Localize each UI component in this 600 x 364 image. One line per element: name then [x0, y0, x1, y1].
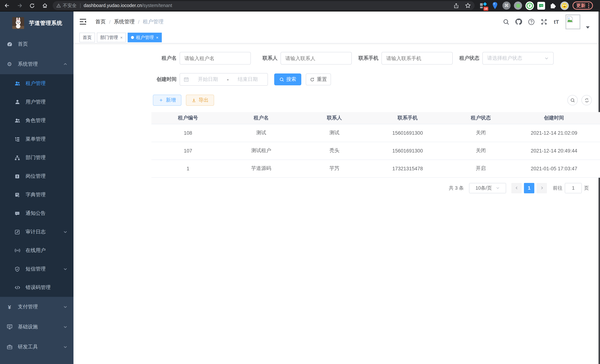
contact-label: 联系人 [253, 55, 278, 62]
sidebar-item-post[interactable]: 岗位管理 [0, 167, 74, 186]
sidebar-item-notice[interactable]: 通知公告 [0, 204, 74, 223]
tab-home[interactable]: 首页 [79, 33, 95, 42]
chrome-update-button[interactable]: 更新 [572, 1, 593, 10]
sidebar-item-tenant[interactable]: 租户管理 [0, 74, 74, 93]
sidebar-item-sms[interactable]: 短信管理 [0, 260, 74, 278]
search-button[interactable]: 搜索 [274, 74, 301, 85]
sidebar-item-role[interactable]: 角色管理 [0, 111, 74, 130]
url-path: /system/tenant [142, 3, 172, 8]
chevron-down-icon [63, 305, 67, 309]
contact-input[interactable] [281, 52, 352, 65]
extension-y-icon[interactable]: Y [525, 1, 534, 10]
plus-icon: ＋ [159, 97, 164, 103]
prev-page-button[interactable] [511, 183, 522, 193]
end-date-placeholder[interactable]: 结束日期 [232, 76, 264, 83]
sidebar-item-infra[interactable]: 基础设施 [0, 317, 74, 337]
bookmark-star-icon[interactable] [465, 2, 471, 9]
sidebar-item-dept[interactable]: 部门管理 [0, 149, 74, 167]
sidebar-item-dict[interactable]: 字典管理 [0, 186, 74, 204]
home-icon[interactable] [42, 2, 48, 9]
tab-dept[interactable]: 部门管理 × [97, 33, 126, 42]
browser-menu-icon[interactable] [588, 3, 589, 8]
help-icon[interactable] [528, 18, 535, 25]
cell-contact: 测试 [298, 124, 371, 142]
sidebar-item-audit-log[interactable]: 审计日志 [0, 223, 74, 241]
page-number-button[interactable]: 1 [524, 183, 534, 193]
sidebar-item-system[interactable]: ⚙ 系统管理 [0, 54, 74, 74]
sidebar-item-online-users[interactable]: 在线用户 [0, 241, 74, 260]
close-icon[interactable]: × [120, 35, 123, 40]
extension-badge: 10 [483, 7, 488, 10]
chevron-down-icon [496, 186, 500, 190]
export-button[interactable]: 导出 [186, 95, 214, 106]
online-signal-icon [14, 247, 20, 253]
share-icon[interactable] [453, 2, 459, 9]
back-icon[interactable] [4, 2, 10, 9]
app-header: 首页 / 系统管理 / 租户管理 tT [74, 11, 599, 32]
tenant-name-input[interactable] [180, 52, 251, 65]
search-icon [570, 98, 575, 103]
sidebar-item-label: 用户管理 [26, 99, 46, 105]
sidebar-item-label: 研发工具 [18, 344, 38, 350]
extension-command-icon[interactable]: ⌘ [502, 1, 511, 10]
cell-contact: 秃头 [298, 142, 371, 159]
extensions-puzzle-icon[interactable] [548, 1, 557, 10]
chevron-left-icon [515, 186, 519, 190]
github-icon[interactable] [515, 18, 522, 25]
fullscreen-icon[interactable] [540, 18, 547, 25]
monitor-icon [6, 324, 13, 330]
tab-tenant[interactable]: 租户管理 × [128, 33, 162, 42]
extension-tabs-icon[interactable]: 10 [479, 1, 487, 10]
mobile-input[interactable] [381, 52, 453, 65]
gear-icon: ⚙ [6, 61, 13, 67]
sidebar-item-label: 短信管理 [26, 266, 46, 272]
extension-chat-icon[interactable] [537, 2, 545, 9]
close-icon[interactable]: × [156, 35, 159, 40]
sidebar-item-devtools[interactable]: 研发工具 [0, 337, 74, 357]
extension-emoji-icon[interactable] [560, 1, 569, 10]
sidebar-item-pay[interactable]: ¥ 支付管理 [0, 297, 74, 317]
refresh-table-button[interactable] [581, 95, 592, 105]
next-page-button[interactable] [536, 183, 547, 193]
sidebar-item-menu[interactable]: 菜单管理 [0, 130, 74, 149]
status-select[interactable]: 请选择租户状态 [482, 52, 554, 65]
date-range-separator: - [227, 77, 229, 82]
extension-pin-icon[interactable] [490, 1, 499, 10]
app-logo-row[interactable]: 芋道管理系统 [0, 11, 74, 34]
search-icon[interactable] [502, 18, 509, 25]
col-contact: 联系人 [298, 112, 371, 124]
breadcrumb-system[interactable]: 系统管理 [114, 18, 135, 25]
page-scrollbar[interactable] [599, 11, 600, 364]
reset-button[interactable]: 重置 [306, 74, 331, 85]
sidebar-item-user[interactable]: 用户管理 [0, 93, 74, 111]
sidebar-item-label: 通知公告 [26, 210, 46, 217]
announcement-icon [14, 211, 20, 216]
sidebar-item-label: 在线用户 [26, 247, 46, 254]
add-button[interactable]: ＋ 新增 [153, 95, 181, 106]
not-secure-badge[interactable]: 不安全 [56, 2, 77, 9]
sidebar-collapse-icon[interactable] [79, 19, 86, 25]
chevron-down-icon [63, 267, 67, 271]
tenant-page: 租户名 联系人 联系手机 租户状态 请选择租户状态 [74, 52, 599, 193]
forward-icon[interactable] [16, 2, 23, 9]
sidebar-item-error-code[interactable]: 错误码管理 [0, 278, 74, 297]
avatar-caret-icon[interactable] [586, 26, 590, 28]
font-size-icon[interactable]: tT [553, 18, 560, 25]
url-host: dashboard.yudao.iocoder.cn [84, 3, 142, 8]
url-bar[interactable]: 不安全 dashboard.yudao.iocoder.cn/system/te… [53, 1, 475, 10]
browser-window: 不安全 dashboard.yudao.iocoder.cn/system/te… [0, 0, 600, 364]
extension-dot-icon[interactable] [514, 1, 522, 10]
cell-mobile: 17321315478 [371, 159, 444, 177]
table-row: 108 测试 测试 15601691300 关闭 2021-12-14 21:0… [151, 124, 600, 142]
breadcrumb-home[interactable]: 首页 [95, 18, 106, 25]
reload-icon[interactable] [29, 2, 35, 9]
start-date-placeholder[interactable]: 开始日期 [192, 76, 224, 83]
page-size-select[interactable]: 10条/页 [469, 183, 506, 193]
goto-page-input[interactable] [565, 183, 582, 193]
sidebar-item-home[interactable]: 首页 [0, 34, 74, 54]
chevron-right-icon [540, 186, 544, 190]
avatar[interactable] [565, 14, 580, 29]
search-icon [279, 77, 284, 82]
show-search-toggle-button[interactable] [567, 95, 578, 105]
date-range-picker[interactable]: 开始日期 - 结束日期 [180, 73, 268, 86]
